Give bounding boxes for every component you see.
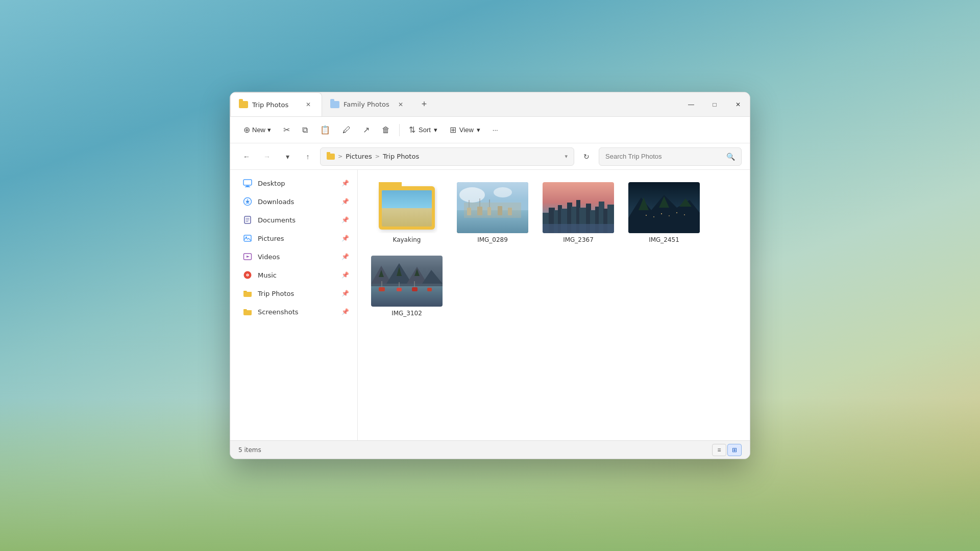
- paste-icon: 📋: [320, 125, 330, 135]
- tab-trip-photos-close[interactable]: ✕: [303, 99, 313, 110]
- paste-button[interactable]: 📋: [315, 121, 335, 139]
- tab-family-photos[interactable]: Family Photos ✕: [322, 92, 414, 116]
- file-explorer-window: Trip Photos ✕ Family Photos ✕ + — □ ✕: [230, 92, 750, 459]
- tab-family-photos-close[interactable]: ✕: [396, 99, 406, 110]
- grid-view-button[interactable]: ⊞: [727, 444, 742, 456]
- new-dropdown-icon: ▾: [267, 126, 271, 134]
- more-icon: ···: [493, 126, 498, 134]
- status-bar: 5 items ≡ ⊞: [230, 440, 750, 459]
- refresh-button[interactable]: ↻: [578, 148, 595, 165]
- up-button[interactable]: ↑: [300, 148, 316, 165]
- file-item-kayaking[interactable]: Kayaking: [366, 178, 448, 247]
- pin-documents-icon: 📌: [341, 216, 349, 223]
- pin-trip-photos-icon: 📌: [341, 290, 349, 297]
- sort-dropdown-icon: ▾: [434, 126, 437, 134]
- address-path[interactable]: > Pictures > Trip Photos ▾: [320, 147, 574, 166]
- more-button[interactable]: ···: [487, 121, 503, 139]
- svg-rect-24: [508, 208, 512, 215]
- file-item-img3102[interactable]: IMG_3102: [366, 252, 448, 321]
- img2451-label: IMG_2451: [649, 236, 679, 243]
- up-icon: ↑: [306, 153, 310, 161]
- rename-button[interactable]: 🖊: [337, 121, 356, 139]
- svg-rect-65: [379, 287, 385, 291]
- list-view-icon: ≡: [717, 446, 721, 454]
- svg-point-18: [459, 187, 485, 203]
- videos-icon: [242, 252, 253, 262]
- img3102-thumb: [371, 256, 443, 307]
- forward-button[interactable]: →: [259, 148, 275, 165]
- file-item-img2367[interactable]: IMG_2367: [537, 178, 619, 247]
- view-button[interactable]: ⊞ View ▾: [445, 121, 485, 139]
- pin-music-icon: 📌: [341, 271, 349, 279]
- sidebar-item-desktop-label: Desktop: [258, 180, 285, 187]
- file-item-img2451[interactable]: IMG_2451: [623, 178, 705, 247]
- sidebar-item-documents[interactable]: Documents 📌: [230, 211, 357, 229]
- search-icon: 🔍: [726, 153, 735, 161]
- pictures-icon: [242, 233, 253, 243]
- rename-icon: 🖊: [342, 126, 351, 135]
- back-button[interactable]: ←: [238, 148, 255, 165]
- sort-button[interactable]: ⇅ Sort ▾: [404, 121, 443, 139]
- toolbar: ⊕ New ▾ ✂ ⧉ 📋 🖊 ↗ 🗑 ⇅ Sort ▾ ⊞: [230, 117, 750, 143]
- view-icon: ⊞: [450, 125, 456, 135]
- minimize-button[interactable]: —: [679, 92, 703, 117]
- screenshots-folder-icon: [242, 307, 253, 317]
- nav-dropdown-button[interactable]: ▾: [279, 148, 296, 165]
- svg-marker-12: [247, 256, 250, 258]
- img2367-label: IMG_2367: [563, 236, 594, 243]
- new-label: New: [252, 126, 265, 134]
- sort-label: Sort: [419, 126, 431, 134]
- svg-point-19: [494, 187, 512, 197]
- minimize-icon: —: [688, 101, 694, 108]
- view-toggle: ≡ ⊞: [712, 444, 742, 456]
- add-tab-button[interactable]: +: [414, 92, 434, 116]
- sidebar-item-screenshots[interactable]: Screenshots 📌: [230, 303, 357, 321]
- svg-point-51: [653, 216, 654, 217]
- refresh-icon: ↻: [583, 153, 590, 161]
- kayaking-label: Kayaking: [393, 236, 421, 243]
- sidebar-item-downloads[interactable]: Downloads 📌: [230, 192, 357, 211]
- share-icon: ↗: [363, 125, 370, 135]
- title-bar: Trip Photos ✕ Family Photos ✕ + — □ ✕: [230, 92, 750, 117]
- copy-button[interactable]: ⧉: [297, 121, 313, 139]
- add-tab-icon: +: [422, 99, 427, 110]
- img3102-label: IMG_3102: [391, 310, 422, 317]
- close-icon: ✕: [736, 101, 741, 108]
- maximize-icon: □: [713, 101, 716, 108]
- new-button[interactable]: ⊕ New ▾: [238, 121, 276, 139]
- list-view-button[interactable]: ≡: [712, 444, 726, 456]
- music-icon: [242, 270, 253, 280]
- pin-videos-icon: 📌: [341, 253, 349, 260]
- sidebar-item-pictures[interactable]: Pictures 📌: [230, 229, 357, 247]
- svg-point-52: [661, 213, 662, 214]
- svg-rect-2: [245, 187, 250, 188]
- sidebar-item-trip-photos[interactable]: Trip Photos 📌: [230, 284, 357, 303]
- cut-icon: ✂: [283, 125, 290, 135]
- path-dropdown-icon[interactable]: ▾: [565, 153, 568, 160]
- img0289-label: IMG_0289: [477, 236, 508, 243]
- delete-button[interactable]: 🗑: [377, 121, 395, 139]
- sort-icon: ⇅: [409, 125, 415, 135]
- sidebar-item-desktop[interactable]: Desktop 📌: [230, 174, 357, 192]
- sidebar-item-documents-label: Documents: [258, 216, 296, 224]
- tab-family-photos-icon: [330, 101, 339, 108]
- address-bar: ← → ▾ ↑ > Pictures > Trip Photos ▾ ↻ 🔍: [230, 143, 750, 170]
- view-dropdown-icon: ▾: [477, 126, 480, 134]
- img0289-svg: [457, 182, 528, 233]
- delete-icon: 🗑: [382, 126, 390, 135]
- maximize-button[interactable]: □: [703, 92, 726, 117]
- svg-point-50: [646, 215, 647, 216]
- tab-trip-photos[interactable]: Trip Photos ✕: [230, 92, 322, 116]
- sidebar-item-videos[interactable]: Videos 📌: [230, 247, 357, 266]
- pin-screenshots-icon: 📌: [341, 308, 349, 315]
- search-input[interactable]: [605, 153, 722, 160]
- pin-pictures-icon: 📌: [341, 235, 349, 242]
- share-button[interactable]: ↗: [358, 121, 375, 139]
- cut-button[interactable]: ✂: [278, 121, 295, 139]
- downloads-icon: [242, 196, 253, 207]
- svg-point-54: [676, 212, 677, 213]
- close-button[interactable]: ✕: [726, 92, 750, 117]
- file-item-img0289[interactable]: IMG_0289: [452, 178, 533, 247]
- forward-icon: →: [263, 153, 271, 161]
- sidebar-item-music[interactable]: Music 📌: [230, 266, 357, 284]
